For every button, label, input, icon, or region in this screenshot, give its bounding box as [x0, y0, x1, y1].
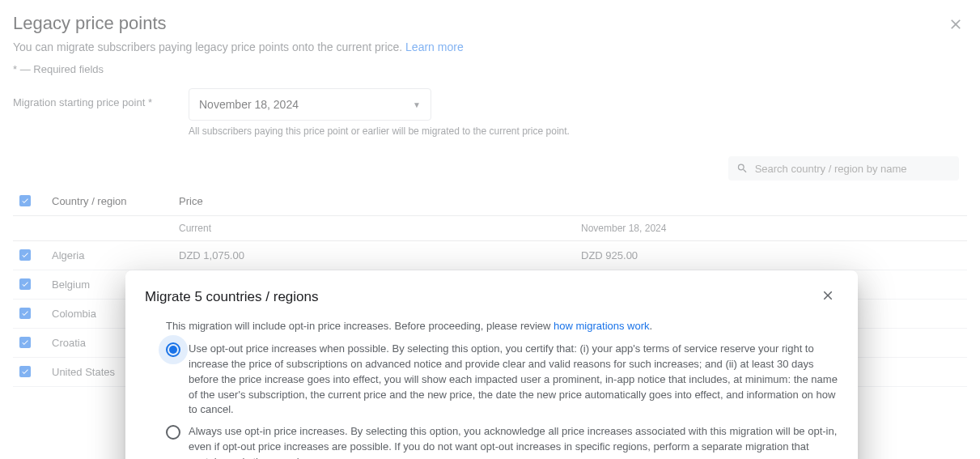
radio-opt-in-input[interactable]: [166, 425, 180, 440]
how-migrations-work-link[interactable]: how migrations work: [554, 320, 650, 332]
radio-opt-out[interactable]: Use opt-out price increases when possibl…: [166, 342, 838, 418]
modal-close-button[interactable]: [817, 285, 838, 308]
modal-intro-suffix: .: [650, 320, 653, 332]
radio-opt-out-input[interactable]: [166, 342, 180, 357]
modal-title: Migrate 5 countries / regions: [145, 289, 319, 305]
modal-scrim: Migrate 5 countries / regions This migra…: [0, 0, 980, 459]
radio-opt-in-label: Always use opt-in price increases. By se…: [189, 424, 838, 459]
modal-body: This migration will include opt-in price…: [145, 320, 838, 459]
radio-opt-out-label: Use opt-out price increases when possibl…: [189, 342, 838, 418]
radio-opt-in[interactable]: Always use opt-in price increases. By se…: [166, 424, 838, 459]
migrate-modal: Migrate 5 countries / regions This migra…: [125, 270, 858, 459]
modal-intro: This migration will include opt-in price…: [166, 320, 838, 332]
modal-header: Migrate 5 countries / regions: [145, 285, 838, 308]
modal-intro-prefix: This migration will include opt-in price…: [166, 320, 554, 332]
close-icon: [821, 288, 835, 303]
